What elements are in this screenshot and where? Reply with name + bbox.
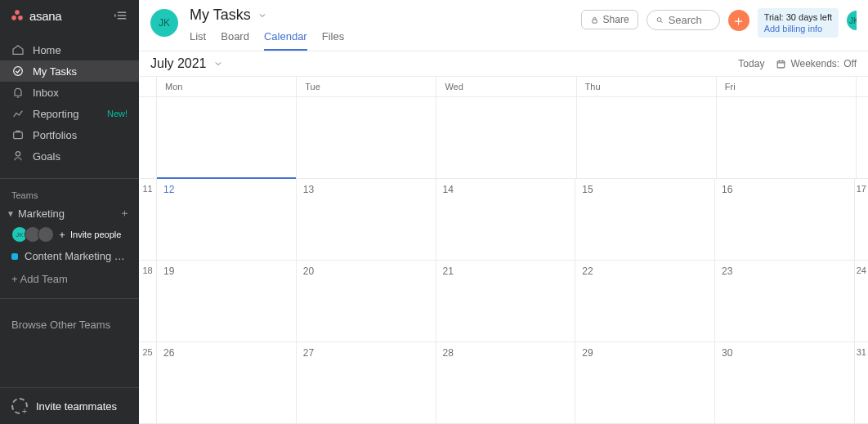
check-circle-icon [11,65,25,78]
user-avatar[interactable]: JK [847,11,857,30]
nav-label: Goals [33,150,128,163]
trial-days-left: Trial: 30 days left [764,11,832,23]
day-number: 27 [303,347,314,359]
calendar-cell[interactable]: 19 [157,261,297,341]
browse-other-teams-link[interactable]: Browse Other Teams [0,312,139,337]
share-button[interactable]: Share [581,10,638,29]
nav-inbox[interactable]: Inbox [0,82,139,103]
project-content-marketing[interactable]: Content Marketing Pla... [0,246,139,266]
today-button[interactable]: Today [738,58,764,69]
invite-teammates-icon [11,398,28,414]
day-number: 16 [722,184,732,195]
week-number: 18 [139,261,157,341]
portfolio-icon [11,128,25,141]
calendar-cell[interactable]: 20 [297,261,436,341]
calendar-icon [776,59,786,69]
day-number: 29 [582,347,593,359]
add-billing-info-link[interactable]: Add billing info [764,23,832,34]
search-icon [655,15,664,25]
title-dropdown-icon[interactable] [257,11,267,20]
nav-label: Portfolios [33,129,128,141]
add-team-button[interactable]: + Add Team [0,266,139,292]
tab-files[interactable]: Files [322,29,344,51]
calendar-cell[interactable] [297,97,436,178]
asana-logo-icon [10,8,25,23]
period-bar: July 2021 Today Weekends: Off [139,51,868,77]
page-avatar[interactable]: JK [150,9,178,37]
nav-goals[interactable]: Goals [0,145,139,167]
asana-logo[interactable]: asana [10,8,61,23]
tab-list[interactable]: List [190,29,206,51]
day-number: 21 [443,266,454,277]
calendar-cell[interactable]: 13 [297,179,436,260]
svg-point-6 [14,67,23,76]
team-members-row: JK ＋Invite people [0,223,139,246]
nav-home[interactable]: Home [0,39,139,60]
search-input[interactable] [669,14,709,26]
calendar-cell-edge[interactable]: 24 [855,261,868,341]
avatar-placeholder[interactable] [38,226,54,243]
new-badge: New! [107,109,128,118]
nav-label: Home [33,44,128,56]
day-number: 12 [163,184,174,195]
calendar-row [139,97,868,179]
week-number: 25 [139,342,157,423]
calendar-cell-edge[interactable]: 31 [855,342,868,423]
invite-teammates-button[interactable]: Invite teammates [0,387,139,424]
calendar-body: 1112131415161718192021222324252627282930… [139,97,868,424]
team-name: Marketing [18,208,65,220]
tab-calendar[interactable]: Calendar [264,29,307,51]
invite-people-link[interactable]: ＋Invite people [57,228,121,242]
calendar-cell[interactable] [717,97,857,178]
calendar-cell-edge[interactable] [857,97,868,178]
invite-teammates-label: Invite teammates [36,400,117,413]
day-number: 13 [303,184,314,195]
calendar-cell[interactable] [436,97,576,178]
day-number: 19 [163,266,174,277]
nav-reporting[interactable]: Reporting New! [0,103,139,124]
calendar-cell[interactable]: 23 [715,261,855,341]
day-number: 26 [163,347,174,359]
nav-portfolios[interactable]: Portfolios [0,124,139,145]
calendar-cell[interactable]: 28 [436,342,576,423]
week-number: 11 [139,179,157,260]
calendar-cell[interactable] [577,97,717,178]
trial-banner[interactable]: Trial: 30 days left Add billing info [758,8,839,38]
day-number: 28 [443,347,454,359]
brand-name: asana [29,9,61,23]
day-header-wed: Wed [436,77,576,96]
day-number: 22 [582,266,593,277]
day-header-fri: Fri [717,77,857,96]
calendar-cell[interactable]: 16 [715,179,855,260]
calendar-cell[interactable]: 15 [575,179,715,260]
calendar-cell[interactable]: 14 [436,179,576,260]
nav-my-tasks[interactable]: My Tasks [0,60,139,82]
calendar-cell-edge[interactable]: 17 [855,179,868,260]
calendar-cell[interactable]: 12 [157,179,297,260]
team-marketing-header[interactable]: ▼ Marketing ＋ [0,203,139,223]
svg-point-9 [16,152,20,156]
day-header-edge [857,77,868,96]
calendar-cell[interactable]: 30 [715,342,855,423]
day-number: 30 [722,347,732,359]
chevron-down-icon: ▼ [7,209,15,218]
calendar-cell[interactable]: 22 [575,261,715,341]
month-dropdown-icon[interactable] [213,59,223,69]
search-field[interactable] [647,10,720,30]
day-header-thu: Thu [577,77,717,96]
weekends-toggle[interactable]: Weekends: Off [776,58,857,69]
calendar-cell[interactable]: 21 [436,261,576,341]
tab-board[interactable]: Board [221,29,249,51]
svg-rect-10 [592,20,597,23]
calendar-cell[interactable]: 29 [575,342,715,423]
calendar-cell[interactable]: 26 [157,342,297,423]
brand-row: asana [0,0,139,31]
collapse-sidebar-icon[interactable] [114,8,129,23]
calendar-row: 25262728293031 [139,342,868,424]
global-create-button[interactable]: ＋ [728,10,749,31]
add-project-icon[interactable]: ＋ [118,207,131,220]
sidebar: asana Home My Tasks Inbox Reporting New! [0,0,139,424]
calendar-cell[interactable]: 27 [297,342,436,423]
calendar-cell[interactable] [157,97,297,178]
main: JK My Tasks List Board Calendar Files Sh… [139,0,868,424]
